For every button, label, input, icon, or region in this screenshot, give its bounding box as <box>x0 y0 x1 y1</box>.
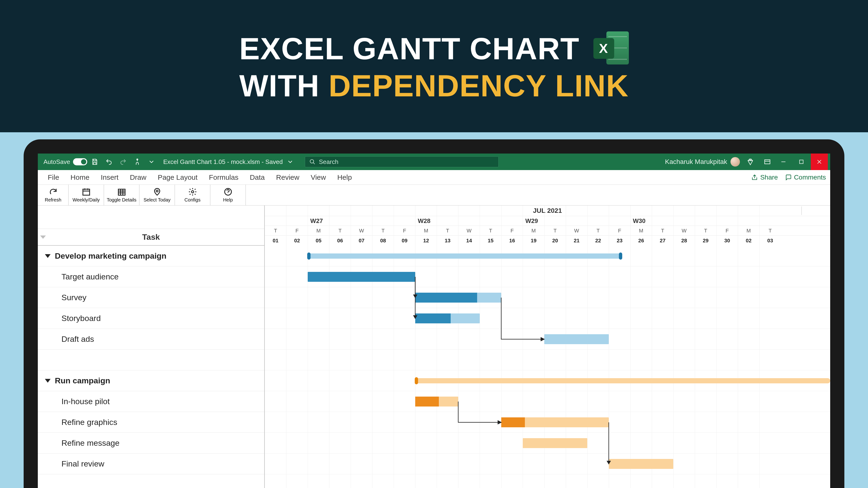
summary-bar[interactable] <box>415 378 830 383</box>
account-button[interactable]: Kacharuk Marukpitak <box>665 157 740 166</box>
select-today-button[interactable]: Select Today <box>140 185 175 205</box>
excel-logo-icon: X <box>593 31 629 64</box>
comments-button[interactable]: Comments <box>785 173 826 181</box>
date-cell: 22 <box>587 236 609 246</box>
document-title[interactable]: Excel Gantt Chart 1.05 - mock.xlsm - Sav… <box>163 158 283 166</box>
date-cell: 21 <box>566 236 587 246</box>
diamond-icon[interactable] <box>746 157 755 166</box>
task-name: Survey <box>61 293 87 302</box>
autosave-toggle[interactable] <box>73 158 87 165</box>
date-cell: 02 <box>738 236 759 246</box>
svg-rect-5 <box>118 189 125 195</box>
task-name: Draft ads <box>61 334 94 344</box>
task-row[interactable]: Final review <box>38 454 264 474</box>
minimize-button[interactable] <box>775 154 792 170</box>
task-bar[interactable] <box>609 459 673 469</box>
gantt-row[interactable] <box>265 412 830 433</box>
tab-help[interactable]: Help <box>332 170 358 185</box>
redo-icon[interactable] <box>118 157 128 166</box>
dow-cell: T <box>695 226 716 235</box>
task-bar[interactable] <box>501 417 609 427</box>
date-cell: 28 <box>673 236 695 246</box>
task-header: Task <box>38 205 264 246</box>
date-cell: 07 <box>351 236 372 246</box>
undo-icon[interactable] <box>104 157 114 166</box>
timeline-pane[interactable]: JUL 2021 W27W28W29W30 TFMTWTFMTWTFMTWTFM… <box>265 205 830 488</box>
touch-mode-icon[interactable] <box>132 157 142 166</box>
weekly-daily-button[interactable]: Weekly/Daily <box>68 185 104 205</box>
task-name: Final review <box>61 459 104 468</box>
task-name: Develop marketing campaign <box>55 251 166 261</box>
timeline-header: JUL 2021 W27W28W29W30 TFMTWTFMTWTFMTWTFM… <box>265 205 830 246</box>
toggle-details-button[interactable]: Toggle Details <box>104 185 140 205</box>
gantt-row[interactable] <box>265 350 830 370</box>
task-row[interactable]: Run campaign <box>38 370 264 391</box>
help-button[interactable]: Help <box>210 185 246 205</box>
task-name: Run campaign <box>55 376 110 385</box>
date-cell: 23 <box>609 236 630 246</box>
tab-view[interactable]: View <box>305 170 332 185</box>
user-name: Kacharuk Marukpitak <box>665 158 727 166</box>
save-icon[interactable] <box>90 157 99 166</box>
share-button[interactable]: Share <box>751 173 778 181</box>
spreadsheet-grid[interactable]: Task Develop marketing campaignTarget au… <box>38 205 830 488</box>
tab-home[interactable]: Home <box>65 170 95 185</box>
dow-cell: W <box>458 226 480 235</box>
gantt-row[interactable] <box>265 329 830 350</box>
task-bar[interactable] <box>415 293 501 302</box>
date-cell: 06 <box>329 236 351 246</box>
gantt-row[interactable] <box>265 308 830 329</box>
excel-window: AutoSave Excel Gantt Chart 1.05 - mock <box>38 154 830 488</box>
close-button[interactable] <box>811 154 828 170</box>
title-dropdown-icon[interactable] <box>285 157 295 166</box>
dow-cell: T <box>372 226 394 235</box>
task-row-blank[interactable] <box>38 350 264 370</box>
maximize-button[interactable] <box>793 154 810 170</box>
svg-point-7 <box>191 191 194 193</box>
dow-cell: T <box>587 226 609 235</box>
progress-fill <box>415 397 439 406</box>
gantt-row[interactable] <box>265 391 830 412</box>
search-input[interactable]: Search <box>305 156 499 167</box>
task-row[interactable]: Refine message <box>38 433 264 454</box>
refresh-button[interactable]: Refresh <box>38 185 68 205</box>
tab-page-layout[interactable]: Page Layout <box>152 170 203 185</box>
task-row[interactable]: Target audience <box>38 266 264 287</box>
task-bar[interactable] <box>415 314 480 323</box>
collapse-caret-icon[interactable] <box>45 254 51 258</box>
task-row[interactable]: Survey <box>38 287 264 308</box>
task-row[interactable]: Refine graphics <box>38 412 264 433</box>
qat-overflow-icon[interactable] <box>147 157 156 166</box>
task-bar[interactable] <box>523 438 587 448</box>
gantt-row[interactable] <box>265 454 830 474</box>
task-row[interactable]: Develop marketing campaign <box>38 246 264 266</box>
gantt-row[interactable] <box>265 266 830 287</box>
dow-cell: W <box>351 226 372 235</box>
date-cell: 29 <box>695 236 716 246</box>
configs-button[interactable]: Configs <box>175 185 210 205</box>
summary-bar[interactable] <box>308 254 622 259</box>
task-bar[interactable] <box>308 272 415 282</box>
tab-file[interactable]: File <box>42 170 65 185</box>
tab-insert[interactable]: Insert <box>95 170 124 185</box>
tab-review[interactable]: Review <box>270 170 305 185</box>
collapse-caret-icon[interactable] <box>45 379 51 383</box>
tab-formulas[interactable]: Formulas <box>203 170 244 185</box>
gantt-row[interactable] <box>265 246 830 266</box>
gantt-row[interactable] <box>265 287 830 308</box>
dow-cell: F <box>609 226 630 235</box>
task-bar[interactable] <box>415 397 458 406</box>
task-row[interactable]: Storyboard <box>38 308 264 329</box>
tab-draw[interactable]: Draw <box>124 170 152 185</box>
date-cell: 15 <box>480 236 501 246</box>
task-row[interactable]: In-house pilot <box>38 391 264 412</box>
ribbon-display-icon[interactable] <box>763 157 772 166</box>
task-row[interactable]: Draft ads <box>38 329 264 350</box>
tab-data[interactable]: Data <box>244 170 270 185</box>
task-bar[interactable] <box>544 334 609 344</box>
week-label: W30 <box>630 216 738 226</box>
gantt-row[interactable] <box>265 433 830 454</box>
dow-cell: T <box>329 226 351 235</box>
date-cell: 02 <box>286 236 308 246</box>
gantt-row[interactable] <box>265 370 830 391</box>
